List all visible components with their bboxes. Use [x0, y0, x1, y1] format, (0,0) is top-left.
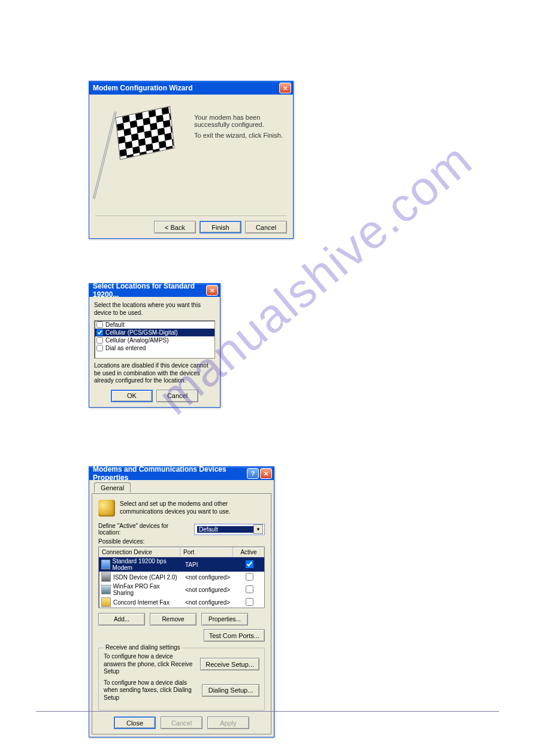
internet-fax-icon	[101, 597, 111, 607]
checkbox[interactable]	[96, 345, 103, 351]
close-icon[interactable]: ✕	[279, 83, 291, 93]
active-checkbox[interactable]	[246, 573, 253, 581]
device-port: <not configured>	[183, 573, 234, 581]
device-port: <not configured>	[183, 586, 234, 594]
title-text: Select Locations for Standard 19200...	[93, 282, 206, 299]
checkbox[interactable]	[96, 321, 103, 328]
select-locations-dialog: Select Locations for Standard 19200... ✕…	[89, 283, 220, 408]
title-text: Modem Configuration Wizard	[93, 84, 193, 92]
list-item[interactable]: Dial as entered	[95, 344, 214, 352]
device-name: Standard 19200 bps Modem	[113, 558, 180, 571]
cancel-button[interactable]: Cancel	[161, 716, 202, 729]
help-icon[interactable]: ?	[247, 468, 259, 479]
location-combobox[interactable]: Default ▼	[194, 524, 265, 535]
titlebar[interactable]: Modems and Communications Devices Proper…	[89, 467, 274, 480]
list-item-label: Cellular (PCS/GSM-Digital)	[105, 329, 178, 336]
column-connection-device[interactable]: Connection Device	[99, 547, 180, 557]
table-row[interactable]: ISDN Device (CAPI 2.0) <not configured>	[99, 572, 264, 582]
active-checkbox[interactable]	[246, 560, 253, 568]
header-text: Select and set up the modems and other c…	[120, 500, 265, 515]
table-row[interactable]: Concord Internet Fax <not configured>	[99, 597, 264, 608]
device-name: WinFax PRO Fax Sharing	[113, 583, 180, 596]
isdn-icon	[101, 572, 111, 582]
dialing-setup-button[interactable]: Dialing Setup...	[202, 684, 259, 697]
page-divider	[36, 711, 499, 712]
active-checkbox[interactable]	[246, 598, 253, 606]
title-text: Modems and Communications Devices Proper…	[93, 465, 247, 482]
checkered-flag-icon	[96, 105, 186, 207]
list-item[interactable]: Cellular (Analog/AMPS)	[95, 336, 214, 344]
list-item[interactable]: Default	[95, 321, 214, 329]
fax-icon	[101, 585, 111, 594]
list-item[interactable]: Cellular (PCS/GSM-Digital)	[95, 329, 214, 336]
cancel-button[interactable]: Cancel	[156, 390, 198, 402]
list-item-label: Cellular (Analog/AMPS)	[105, 337, 169, 344]
apply-button[interactable]: Apply	[207, 716, 249, 729]
exit-instruction: To exit the wizard, click Finish.	[194, 132, 283, 139]
combobox-value: Default	[197, 526, 253, 533]
titlebar[interactable]: Modem Configuration Wizard ✕	[89, 81, 293, 95]
modem-config-wizard-dialog: Modem Configuration Wizard ✕ Your modem …	[89, 81, 294, 239]
close-button[interactable]: Close	[114, 716, 156, 729]
note-text: Locations are disabled if this device ca…	[94, 362, 215, 385]
add-button[interactable]: Add...	[98, 613, 145, 626]
table-row[interactable]: Standard 19200 bps Modem TAPI	[99, 557, 264, 572]
locations-listbox[interactable]: Default Cellular (PCS/GSM-Digital) Cellu…	[94, 320, 215, 359]
device-port: <not configured>	[183, 599, 234, 606]
receive-setup-button[interactable]: Receive Setup...	[200, 658, 259, 670]
remove-button[interactable]: Remove	[150, 613, 197, 626]
device-name: ISDN Device (CAPI 2.0)	[113, 574, 177, 581]
tab-general[interactable]: General	[94, 482, 131, 493]
success-message: Your modem has been successfully configu…	[194, 114, 293, 128]
properties-button[interactable]: Properties...	[201, 613, 248, 626]
define-label: Define "Active" devices for location:	[98, 523, 189, 536]
dialing-setup-text: To configure how a device dials when sen…	[104, 679, 197, 702]
modem-icon	[101, 560, 110, 569]
active-checkbox[interactable]	[246, 585, 253, 593]
column-port[interactable]: Port	[180, 547, 233, 557]
titlebar[interactable]: Select Locations for Standard 19200... ✕	[89, 284, 220, 297]
cancel-button[interactable]: Cancel	[245, 221, 287, 233]
instruction-text: Select the locations where you want this…	[94, 302, 215, 317]
close-icon[interactable]: ✕	[206, 285, 218, 296]
possible-devices-label: Possible devices:	[98, 538, 265, 545]
device-name: Concord Internet Fax	[113, 599, 170, 606]
column-active[interactable]: Active	[233, 547, 264, 557]
receive-setup-text: To configure how a device answers the ph…	[104, 653, 195, 676]
checkbox[interactable]	[96, 329, 103, 336]
close-icon[interactable]: ✕	[260, 468, 272, 479]
device-port: TAPI	[183, 561, 234, 569]
modems-devices-properties-dialog: Modems and Communications Devices Proper…	[89, 466, 274, 737]
groupbox-legend: Receive and dialing settings	[104, 644, 182, 651]
devices-icon	[98, 500, 115, 517]
devices-listview[interactable]: Connection Device Port Active Standard 1…	[98, 546, 265, 608]
list-item-label: Default	[105, 321, 125, 328]
checkbox[interactable]	[96, 337, 103, 344]
list-item-label: Dial as entered	[105, 345, 146, 351]
table-row[interactable]: WinFax PRO Fax Sharing <not configured>	[99, 582, 264, 597]
test-com-ports-button[interactable]: Test Com Ports...	[204, 629, 265, 642]
finish-button[interactable]: Finish	[200, 221, 241, 233]
receive-dialing-groupbox: Receive and dialing settings To configur…	[98, 648, 265, 711]
chevron-down-icon[interactable]: ▼	[253, 524, 263, 534]
ok-button[interactable]: OK	[111, 390, 153, 402]
back-button[interactable]: < Back	[154, 221, 196, 233]
